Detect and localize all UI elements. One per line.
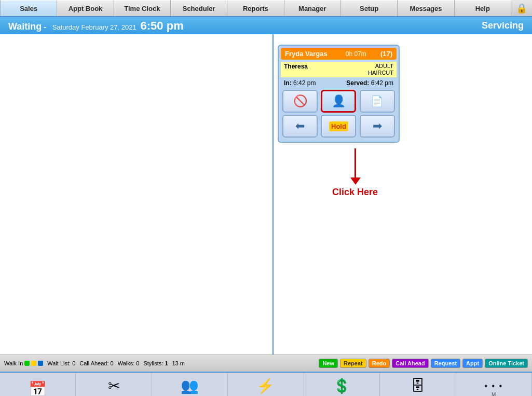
quick-sale-button[interactable]: ⚡ Q Quick Sale	[228, 373, 304, 396]
time-value: 13 m	[172, 360, 185, 366]
ticket-button[interactable]: 📄	[360, 90, 395, 113]
status-bar: Walk In Wait List: 0 Call Ahead: 0 Walks…	[0, 354, 532, 372]
action-buttons-row2: ⬅ Hold ➡	[281, 115, 397, 138]
header-date: Saturday February 27, 2021	[52, 23, 137, 31]
forward-button[interactable]: ➡	[360, 115, 395, 138]
client-name: Fryda Vargas	[285, 50, 328, 58]
look-walk-button[interactable]: 💲 L Look & Walk	[304, 373, 380, 396]
check-in-time: In: 6:42 pm	[284, 79, 316, 87]
card-header: Fryda Vargas 0h 07m (17)	[281, 48, 397, 60]
call-ahead-label: Call Ahead: 0	[79, 360, 113, 366]
service-card: Fryda Vargas 0h 07m (17) Theresa ADULT H…	[278, 45, 400, 143]
tab-reports[interactable]: Reports	[227, 0, 284, 16]
click-here-label: Click Here	[332, 187, 378, 198]
cancel-icon: 🚫	[293, 94, 307, 108]
wait-list-label: Wait List: 0	[47, 360, 75, 366]
header-left: Waiting - Saturday February 27, 2021 6:5…	[8, 19, 482, 33]
service-duration: 0h 07m	[346, 50, 366, 58]
click-arrow	[354, 148, 356, 180]
online-ticket-status-button[interactable]: Online Ticket	[485, 359, 528, 368]
tab-appt-book[interactable]: Appt Book	[57, 0, 114, 16]
ticket-icon: 📄	[371, 95, 384, 107]
main-area: Fryda Vargas 0h 07m (17) Theresa ADULT H…	[0, 34, 532, 354]
bottom-action-bar: 📅 Show Appointments ✂ S Service Next 👥 N…	[0, 372, 532, 396]
stylists-status: Stylists: 1	[143, 360, 168, 366]
tab-sales[interactable]: Sales	[0, 0, 57, 16]
top-nav: Sales Appt Book Time Clock Scheduler Rep…	[0, 0, 532, 17]
service-type: ADULT HAIRCUT	[368, 63, 393, 76]
header-time: 6:50 pm	[141, 19, 184, 32]
stylists-label: Stylists:	[143, 360, 163, 366]
tab-help[interactable]: Help	[455, 0, 511, 16]
tab-scheduler[interactable]: Scheduler	[171, 0, 227, 16]
call-ahead-status: Call Ahead: 0	[79, 360, 113, 366]
walks-status: Walks: 0	[118, 360, 140, 366]
open-till-button[interactable]: 🗄 O Open Till	[380, 373, 456, 396]
calendar-icon: 📅	[29, 380, 47, 396]
back-button[interactable]: ⬅	[282, 115, 318, 138]
walk-in-label: Walk In	[4, 360, 23, 366]
new-status-button[interactable]: New	[319, 359, 338, 368]
dot-green	[24, 361, 30, 366]
hold-icon: Hold	[329, 121, 348, 131]
more-button[interactable]: • • • M More	[456, 373, 532, 396]
servicing-label: Servicing	[482, 20, 524, 31]
service-row: Theresa ADULT HAIRCUT	[281, 62, 397, 77]
lock-icon[interactable]: 🔒	[511, 0, 532, 16]
time-display: 13 m	[172, 360, 185, 366]
wait-list-status: Wait List: 0	[47, 360, 75, 366]
request-status-button[interactable]: Request	[431, 359, 460, 368]
hold-button[interactable]: Hold	[321, 115, 356, 138]
header-dash: -	[44, 23, 48, 31]
client-button[interactable]: 👤	[321, 90, 356, 113]
more-key: M	[492, 392, 496, 396]
redo-status-button[interactable]: Redo	[369, 359, 390, 368]
tab-manager[interactable]: Manager	[284, 0, 341, 16]
more-icon: • • •	[484, 381, 503, 391]
served-time: Served: 6:42 pm	[346, 79, 393, 87]
waiting-label: Waiting	[8, 21, 42, 32]
walks-label: Walks: 0	[118, 360, 140, 366]
back-icon: ⬅	[295, 119, 305, 133]
client-icon: 👤	[332, 94, 346, 108]
main-divider	[272, 34, 274, 354]
card-times-row: In: 6:42 pm Served: 6:42 pm	[281, 78, 397, 88]
tab-setup[interactable]: Setup	[341, 0, 398, 16]
call-ahead-status-button[interactable]: Call Ahead	[392, 359, 428, 368]
service-next-button[interactable]: ✂ S Service Next	[76, 373, 152, 396]
click-here-annotation: Click Here	[332, 148, 378, 198]
stylists-count: 1	[165, 360, 168, 366]
open-till-icon: 🗄	[411, 377, 425, 394]
new-ticket-icon: 👥	[181, 377, 199, 394]
tab-messages[interactable]: Messages	[398, 0, 454, 16]
appt-status-button[interactable]: Appt	[462, 359, 483, 368]
service-number: (17)	[380, 50, 392, 58]
forward-icon: ➡	[373, 119, 382, 133]
look-walk-icon: 💲	[333, 377, 351, 394]
dot-yellow	[31, 361, 36, 366]
cancel-button[interactable]: 🚫	[282, 90, 318, 113]
dot-blue	[38, 361, 43, 366]
show-appointments-button[interactable]: 📅 Show Appointments	[0, 373, 76, 396]
new-ticket-button[interactable]: 👥 N New Ticket	[152, 373, 228, 396]
repeat-status-button[interactable]: Repeat	[340, 359, 366, 368]
action-buttons-row1: 🚫 👤 📄	[281, 90, 397, 113]
tab-time-clock[interactable]: Time Clock	[114, 0, 171, 16]
quick-sale-icon: ⚡	[256, 377, 275, 394]
stylist-name: Theresa	[284, 63, 308, 76]
walk-in-status: Walk In	[4, 360, 43, 366]
header-bar: Waiting - Saturday February 27, 2021 6:5…	[0, 17, 532, 34]
scissors-icon: ✂	[108, 377, 120, 394]
